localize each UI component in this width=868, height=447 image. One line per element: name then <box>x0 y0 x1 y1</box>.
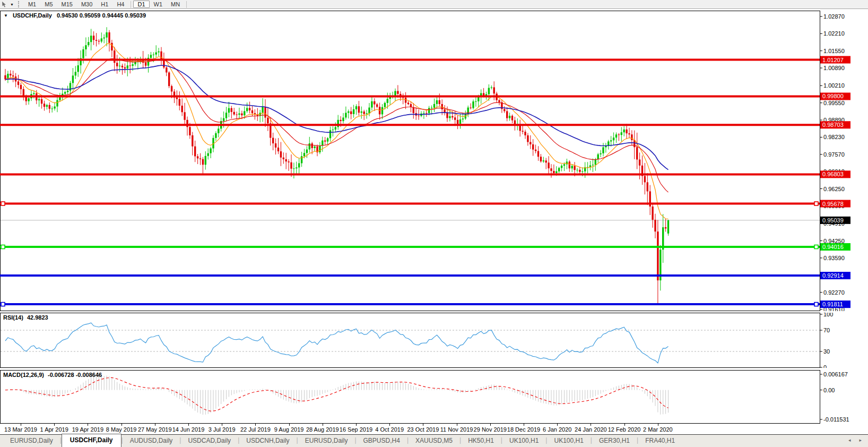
rsi-axis-tick: 0 <box>823 364 827 368</box>
chart-tab-usdcnh-daily[interactable]: USDCNH,Daily <box>239 435 296 447</box>
chart-title: ▼ USDCHF,Daily 0.94530 0.95059 0.94445 0… <box>4 12 146 19</box>
macd-current-values: -0.006728 -0.008646 <box>48 372 102 378</box>
toolbar-separator <box>131 1 131 8</box>
price-axis-tick: 0.96250 <box>823 186 845 192</box>
rsi-axis-tick: 30 <box>823 348 830 355</box>
time-axis-tick <box>591 424 591 426</box>
price-axis-tick: 0.92270 <box>823 289 845 296</box>
time-axis-tick <box>524 424 524 426</box>
time-axis-tick <box>356 424 357 426</box>
main-chart-panel[interactable]: 1.028701.022101.015501.008901.002100.995… <box>0 11 868 311</box>
time-axis-tick <box>88 424 88 426</box>
price-axis-tick: 0.98230 <box>823 134 845 140</box>
chart-tab-xauusd-m5[interactable]: XAUUSD,M5 <box>409 435 459 447</box>
time-axis-tick <box>423 424 423 426</box>
time-axis-tick <box>255 424 256 426</box>
chart-tab-eurusd-daily[interactable]: EURUSD,Daily <box>298 435 355 447</box>
toolbar-grip-handle[interactable] <box>18 1 21 7</box>
time-axis-tick <box>289 424 290 426</box>
svg-text:0.99800: 0.99800 <box>822 93 844 99</box>
chart-tab-usdcad-daily[interactable]: USDCAD,Daily <box>181 435 238 447</box>
hline-handle-left[interactable] <box>1 245 5 249</box>
time-axis-tick <box>54 424 55 426</box>
chart-title-dropdown-icon[interactable]: ▼ <box>4 13 8 18</box>
time-axis-tick <box>222 424 222 426</box>
rsi-name: RSI(14) <box>3 314 23 321</box>
rsi-axis-tick: 100 <box>823 313 833 317</box>
time-axis-tick <box>557 424 558 426</box>
time-axis-tick <box>624 424 625 426</box>
price-axis-tick: 0.97570 <box>823 151 845 158</box>
timeframe-button-M30[interactable]: M30 <box>77 1 97 8</box>
chart-tab-fra40-h1[interactable]: FRA40,H1 <box>638 435 682 447</box>
macd-indicator-label: MACD(12,26,9) -0.006728 -0.008646 <box>3 372 102 378</box>
rsi-current-value: 42.9823 <box>27 314 48 321</box>
timeframe-button-H4[interactable]: H4 <box>112 1 128 8</box>
time-axis-tick <box>21 424 21 426</box>
time-axis-label: 2 Mar 2020 <box>632 426 683 433</box>
price-axis-tick: 0.99550 <box>823 100 845 106</box>
chart-ohlc-values: 0.94530 0.95059 0.94445 0.95039 <box>57 12 146 19</box>
timeframe-button-M1[interactable]: M1 <box>24 1 40 8</box>
rsi-axis-tick: 70 <box>823 327 830 333</box>
timeframe-toolbar: ▼ M1M5M15M30H1H4 D1W1MN <box>0 0 868 9</box>
chart-symbol-label: USDCHF,Daily <box>13 12 52 19</box>
timeframe-button-W1[interactable]: W1 <box>150 1 167 8</box>
cursor-tool-dropdown-icon[interactable]: ▼ <box>10 3 14 6</box>
time-axis-tick <box>457 424 457 426</box>
chart-tab-audusd-daily[interactable]: AUDUSD,Daily <box>123 435 180 447</box>
price-axis-tick: 1.02210 <box>823 30 845 37</box>
tab-scroll-right-icon[interactable]: ▸ <box>859 437 862 443</box>
time-axis-tick <box>121 424 122 426</box>
price-axis-tick: 1.01550 <box>823 48 845 54</box>
timeframe-button-M15[interactable]: M15 <box>57 1 77 8</box>
chart-tab-bar: EURUSD,Daily|USDCHF,Daily|AUDUSD,Daily|U… <box>0 434 868 447</box>
macd-panel[interactable]: 0.0061670.00-0.011531 <box>0 370 868 424</box>
price-axis-tick: 0.93590 <box>823 255 845 261</box>
hline-handle-left[interactable] <box>1 303 5 306</box>
chart-tab-hk50-h1[interactable]: HK50,H1 <box>461 435 501 447</box>
macd-axis-tick: 0.00 <box>823 387 835 393</box>
time-axis-tick <box>658 424 658 426</box>
chart-tab-uk100-h1[interactable]: UK100,H1 <box>547 435 590 447</box>
cursor-tool-icon[interactable] <box>1 1 8 7</box>
macd-plot-border <box>1 371 820 424</box>
rsi-panel[interactable]: 10070300 <box>0 313 868 368</box>
macd-axis-tick: -0.011531 <box>823 416 849 423</box>
price-axis-tick: 1.00890 <box>823 65 845 71</box>
timeframe-button-H1[interactable]: H1 <box>97 1 112 8</box>
time-axis-tick <box>188 424 189 426</box>
macd-name: MACD(12,26,9) <box>3 372 44 378</box>
time-axis-tick <box>323 424 323 426</box>
chart-tab-ger30-h1[interactable]: GER30,H1 <box>592 435 637 447</box>
svg-text:0.91811: 0.91811 <box>822 301 843 307</box>
tab-scroll-left-icon[interactable]: ◂ <box>848 437 851 443</box>
timeframe-button-D1[interactable]: D1 <box>133 1 149 8</box>
time-axis[interactable]: 13 Mar 20191 Apr 201919 Apr 20198 May 20… <box>0 424 820 434</box>
price-axis-tick: 0.94250 <box>823 238 845 244</box>
svg-text:1.01207: 1.01207 <box>822 57 844 63</box>
chart-tab-usdchf-daily[interactable]: USDCHF,Daily <box>62 434 121 447</box>
svg-text:0.92914: 0.92914 <box>822 272 844 279</box>
svg-text:0.94016: 0.94016 <box>822 244 844 250</box>
timeframe-button-M5[interactable]: M5 <box>40 1 57 8</box>
toolbar-separator <box>186 1 187 8</box>
hline-handle-right[interactable] <box>814 303 818 306</box>
rsi-indicator-label: RSI(14) 42.9823 <box>3 314 48 321</box>
svg-text:0.95678: 0.95678 <box>822 201 844 207</box>
price-axis-tick: 1.02870 <box>823 13 845 20</box>
hline-handle-right[interactable] <box>814 245 818 249</box>
macd-axis-tick: 0.006167 <box>823 371 848 377</box>
hline-handle-left[interactable] <box>1 202 5 205</box>
hline-handle-right[interactable] <box>814 202 818 205</box>
svg-text:0.98703: 0.98703 <box>822 122 844 128</box>
time-axis-tick <box>389 424 390 426</box>
chart-tab-gbpusd-h4[interactable]: GBPUSD,H4 <box>357 435 407 447</box>
time-axis-tick <box>490 424 491 426</box>
chart-tab-uk100-h1[interactable]: UK100,H1 <box>502 435 545 447</box>
main-plot-border <box>1 11 820 311</box>
svg-text:0.95039: 0.95039 <box>822 217 844 224</box>
chart-tab-eurusd-daily[interactable]: EURUSD,Daily <box>3 435 60 447</box>
price-axis-tick: 1.00210 <box>823 82 845 89</box>
timeframe-button-MN[interactable]: MN <box>167 1 184 8</box>
